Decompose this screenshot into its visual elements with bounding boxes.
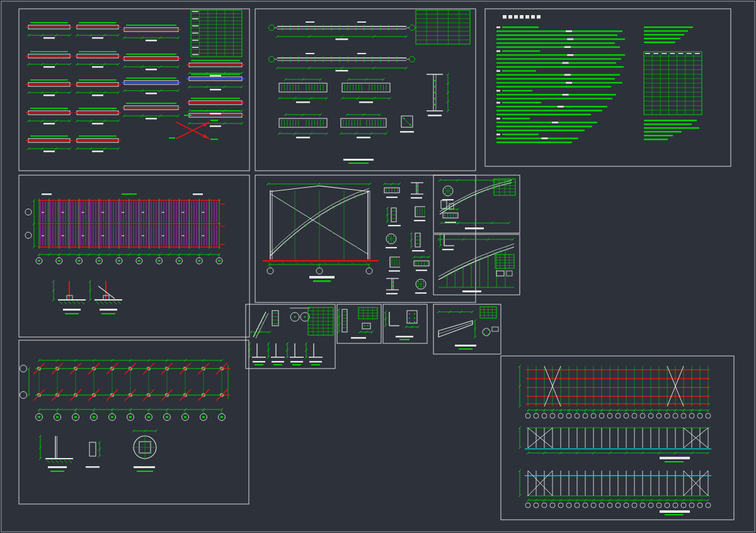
rect-shape	[122, 236, 124, 236]
rect-shape	[416, 270, 427, 271]
circle-shape	[150, 452, 152, 454]
rect-shape	[496, 50, 500, 52]
rect-shape	[502, 102, 541, 103]
rect-shape	[336, 70, 348, 72]
rect-shape	[662, 53, 667, 54]
rect-shape	[644, 34, 684, 35]
rect-shape	[181, 236, 184, 236]
circle-shape	[393, 241, 394, 242]
rect-shape	[496, 62, 616, 64]
rect-shape	[147, 416, 150, 418]
rect-shape	[496, 35, 617, 36]
rect-shape	[100, 309, 117, 311]
rect-shape	[30, 51, 68, 52]
circle-shape	[434, 104, 436, 106]
circle-shape	[484, 330, 485, 331]
rect-shape	[537, 15, 541, 19]
rect-shape	[210, 139, 218, 140]
rect-shape	[162, 236, 164, 236]
rect-shape	[399, 339, 410, 340]
rect-shape	[411, 197, 422, 198]
rect-shape	[56, 416, 59, 418]
rect-shape	[644, 123, 692, 125]
rect-shape	[496, 110, 602, 111]
rect-shape	[660, 510, 690, 513]
rect-shape	[296, 101, 310, 103]
rect-shape	[644, 30, 688, 32]
rect-shape	[253, 361, 265, 362]
rect-shape	[359, 101, 373, 103]
circle-shape	[416, 190, 418, 191]
rect-shape	[101, 313, 115, 314]
rect-shape	[146, 93, 157, 95]
rect-shape	[142, 236, 144, 236]
rect-shape	[30, 108, 68, 109]
cad-viewport[interactable]	[0, 0, 756, 533]
rect-shape	[198, 260, 200, 262]
rect-shape	[653, 53, 658, 54]
rect-shape	[660, 457, 690, 459]
rect-shape	[202, 416, 205, 418]
rect-shape	[502, 50, 540, 52]
rect-shape	[65, 313, 79, 314]
rect-shape	[30, 79, 68, 81]
rect-shape	[43, 95, 55, 96]
rect-shape	[93, 416, 95, 418]
cad-canvas[interactable]	[0, 0, 756, 533]
circle-shape	[294, 316, 296, 318]
rect-shape	[645, 53, 650, 54]
rect-shape	[218, 260, 220, 262]
circle-shape	[392, 282, 393, 283]
rect-shape	[193, 193, 203, 195]
rect-shape	[496, 82, 622, 83]
rect-shape	[192, 33, 198, 34]
rect-shape	[202, 212, 204, 213]
rect-shape	[357, 137, 370, 139]
rect-shape	[178, 260, 180, 262]
rect-shape	[496, 30, 622, 32]
rect-shape	[79, 22, 117, 23]
rect-shape	[137, 471, 153, 472]
rect-shape	[162, 212, 164, 213]
rect-shape	[542, 137, 548, 139]
rect-shape	[644, 127, 699, 129]
circle-shape	[150, 441, 152, 443]
rect-shape	[496, 47, 620, 48]
rect-shape	[192, 54, 198, 55]
rect-shape	[184, 115, 192, 116]
circle-shape	[423, 286, 424, 287]
rect-shape	[292, 364, 301, 365]
rect-shape	[38, 260, 40, 262]
circle-shape	[416, 186, 418, 187]
circle-shape	[445, 188, 446, 189]
rect-shape	[665, 514, 684, 515]
rect-shape	[412, 250, 425, 251]
rect-shape	[309, 276, 335, 278]
rect-shape	[58, 260, 60, 262]
rect-shape	[79, 135, 117, 137]
rect-shape	[92, 37, 103, 39]
rect-shape	[502, 26, 539, 28]
rect-shape	[563, 62, 569, 64]
rect-shape	[62, 236, 64, 236]
rect-shape	[43, 66, 55, 68]
rect-shape	[563, 94, 569, 96]
rect-shape	[255, 364, 263, 365]
rect-shape	[357, 21, 366, 23]
rect-shape	[146, 118, 157, 120]
circle-shape	[488, 333, 489, 335]
rect-shape	[428, 115, 442, 117]
rect-shape	[496, 90, 500, 92]
rect-shape	[192, 18, 198, 20]
rect-shape	[496, 137, 578, 139]
circle-shape	[409, 321, 410, 323]
rect-shape	[82, 236, 84, 236]
rect-shape	[496, 26, 500, 28]
rect-shape	[48, 466, 67, 468]
rect-shape	[502, 70, 536, 71]
rect-shape	[122, 212, 124, 213]
circle-shape	[410, 124, 411, 125]
rect-shape	[192, 11, 198, 13]
rect-shape	[496, 130, 585, 131]
circle-shape	[388, 236, 389, 237]
